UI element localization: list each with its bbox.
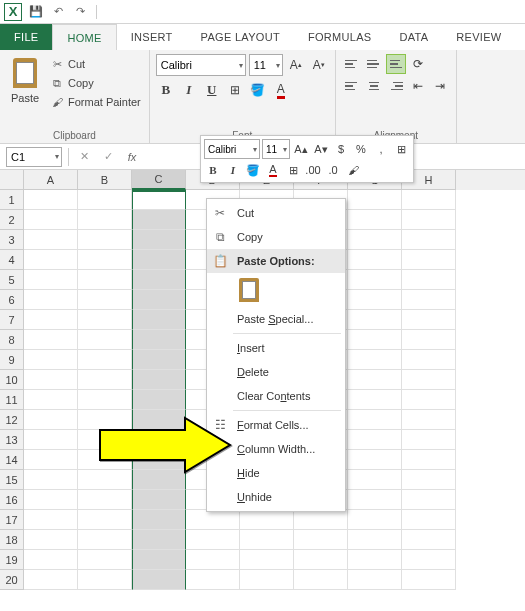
tab-formulas[interactable]: FORMULAS — [294, 24, 386, 50]
cell-H5[interactable] — [402, 270, 456, 290]
font-color-button[interactable]: A — [271, 80, 291, 100]
row-header-16[interactable]: 16 — [0, 490, 24, 510]
fx-icon[interactable]: fx — [123, 148, 141, 166]
mini-increase-decimal[interactable]: .00 — [304, 161, 322, 179]
cell-H17[interactable] — [402, 510, 456, 530]
cell-B14[interactable] — [78, 450, 132, 470]
cell-H18[interactable] — [402, 530, 456, 550]
cut-button[interactable]: ✂ Cut — [48, 56, 143, 72]
cm-insert[interactable]: Insert — [207, 336, 345, 360]
cell-D20[interactable] — [186, 570, 240, 590]
cell-C4[interactable] — [132, 250, 186, 270]
cell-C10[interactable] — [132, 370, 186, 390]
cm-paste-default[interactable] — [207, 273, 345, 307]
mini-dollar[interactable]: $ — [332, 140, 350, 158]
cell-H16[interactable] — [402, 490, 456, 510]
row-header-17[interactable]: 17 — [0, 510, 24, 530]
enter-icon[interactable]: ✓ — [99, 148, 117, 166]
row-header-8[interactable]: 8 — [0, 330, 24, 350]
cell-B12[interactable] — [78, 410, 132, 430]
cell-D18[interactable] — [186, 530, 240, 550]
cell-F20[interactable] — [294, 570, 348, 590]
cell-B7[interactable] — [78, 310, 132, 330]
increase-indent-button[interactable]: ⇥ — [430, 76, 450, 96]
cell-A11[interactable] — [24, 390, 78, 410]
column-header-B[interactable]: B — [78, 170, 132, 190]
cell-C15[interactable] — [132, 470, 186, 490]
row-header-1[interactable]: 1 — [0, 190, 24, 210]
mini-font-color[interactable]: A — [264, 161, 282, 179]
cell-H2[interactable] — [402, 210, 456, 230]
cell-A4[interactable] — [24, 250, 78, 270]
cell-C1[interactable] — [132, 190, 186, 210]
orientation-button[interactable]: ⟳ — [408, 54, 428, 74]
cell-H6[interactable] — [402, 290, 456, 310]
mini-font-size[interactable]: 11▾ — [262, 139, 290, 159]
mini-decrease-font[interactable]: A▾ — [312, 140, 330, 158]
cell-B9[interactable] — [78, 350, 132, 370]
tab-insert[interactable]: INSERT — [117, 24, 187, 50]
cell-G3[interactable] — [348, 230, 402, 250]
cm-unhide[interactable]: Unhide — [207, 485, 345, 509]
cell-H19[interactable] — [402, 550, 456, 570]
cell-E19[interactable] — [240, 550, 294, 570]
mini-increase-font[interactable]: A▴ — [292, 140, 310, 158]
mini-fill-color[interactable]: 🪣 — [244, 161, 262, 179]
cell-F17[interactable] — [294, 510, 348, 530]
cell-B3[interactable] — [78, 230, 132, 250]
decrease-indent-button[interactable]: ⇤ — [408, 76, 428, 96]
font-name-select[interactable]: Calibri▾ — [156, 54, 246, 76]
row-header-12[interactable]: 12 — [0, 410, 24, 430]
cm-cut[interactable]: ✂ Cut — [207, 201, 345, 225]
cell-G9[interactable] — [348, 350, 402, 370]
cell-A16[interactable] — [24, 490, 78, 510]
mini-percent[interactable]: % — [352, 140, 370, 158]
cell-C6[interactable] — [132, 290, 186, 310]
column-header-A[interactable]: A — [24, 170, 78, 190]
cell-G14[interactable] — [348, 450, 402, 470]
cm-hide[interactable]: Hide — [207, 461, 345, 485]
cell-A15[interactable] — [24, 470, 78, 490]
cell-H3[interactable] — [402, 230, 456, 250]
mini-font-name[interactable]: Calibri▾ — [204, 139, 260, 159]
cell-C2[interactable] — [132, 210, 186, 230]
cell-G6[interactable] — [348, 290, 402, 310]
underline-button[interactable]: U — [202, 80, 222, 100]
cell-B2[interactable] — [78, 210, 132, 230]
align-center-button[interactable] — [364, 76, 384, 96]
cell-H4[interactable] — [402, 250, 456, 270]
mini-borders[interactable]: ⊞ — [392, 140, 410, 158]
tab-review[interactable]: REVIEW — [442, 24, 515, 50]
borders-button[interactable]: ⊞ — [225, 80, 245, 100]
row-header-2[interactable]: 2 — [0, 210, 24, 230]
cell-B1[interactable] — [78, 190, 132, 210]
cell-A5[interactable] — [24, 270, 78, 290]
cell-H15[interactable] — [402, 470, 456, 490]
format-painter-button[interactable]: 🖌 Format Painter — [48, 94, 143, 110]
align-left-button[interactable] — [342, 76, 362, 96]
cell-G19[interactable] — [348, 550, 402, 570]
bold-button[interactable]: B — [156, 80, 176, 100]
row-header-11[interactable]: 11 — [0, 390, 24, 410]
cell-C14[interactable] — [132, 450, 186, 470]
cell-C20[interactable] — [132, 570, 186, 590]
cell-A18[interactable] — [24, 530, 78, 550]
mini-borders-2[interactable]: ⊞ — [284, 161, 302, 179]
cell-A3[interactable] — [24, 230, 78, 250]
row-header-5[interactable]: 5 — [0, 270, 24, 290]
cm-clear-contents[interactable]: Clear Contents — [207, 384, 345, 408]
cell-H13[interactable] — [402, 430, 456, 450]
cell-G4[interactable] — [348, 250, 402, 270]
cell-G10[interactable] — [348, 370, 402, 390]
mini-italic[interactable]: I — [224, 161, 242, 179]
mini-comma[interactable]: , — [372, 140, 390, 158]
cell-A20[interactable] — [24, 570, 78, 590]
redo-icon[interactable]: ↷ — [72, 4, 88, 20]
cell-G11[interactable] — [348, 390, 402, 410]
cell-C7[interactable] — [132, 310, 186, 330]
mini-decrease-decimal[interactable]: .0 — [324, 161, 342, 179]
align-middle-button[interactable] — [364, 54, 384, 74]
cell-G5[interactable] — [348, 270, 402, 290]
cell-C8[interactable] — [132, 330, 186, 350]
cell-C19[interactable] — [132, 550, 186, 570]
